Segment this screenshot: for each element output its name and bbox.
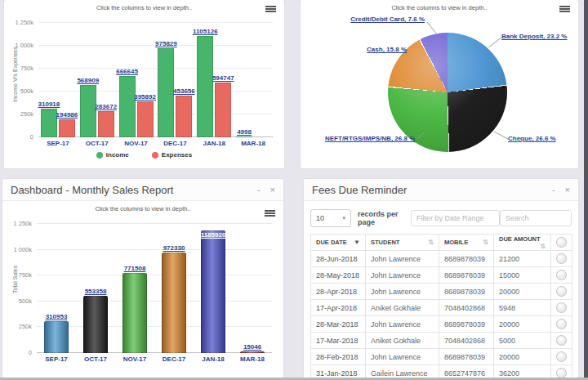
bar-income-sep-17[interactable]: 310918 (41, 109, 57, 137)
bar-sep-17[interactable]: 310953 (44, 321, 69, 353)
y-tick-label: 500k (6, 87, 33, 95)
status-circle-icon[interactable] (556, 302, 567, 313)
column-header-mobile[interactable]: MOBILE ⇅ (439, 235, 494, 251)
bar-income-nov-17[interactable]: 666645 (119, 76, 136, 137)
bar-expenses-nov-17[interactable]: 395892 (137, 101, 154, 137)
pie-label-cheque[interactable]: Cheque, 26.6 % (508, 135, 556, 142)
bar-group: 975829453656 (156, 23, 195, 137)
bar-expenses-sep-17[interactable]: 194986 (59, 119, 75, 137)
table-row[interactable]: 17-Apr-2018Aniket Gokhale70484028685948 (311, 300, 572, 316)
status-circle-icon[interactable] (556, 270, 567, 280)
bar-value-label: 553358 (85, 288, 107, 295)
close-icon[interactable]: × (565, 186, 570, 194)
action-cell (551, 316, 572, 333)
status-circle-icon[interactable] (556, 319, 567, 329)
chart-menu-icon[interactable] (265, 6, 276, 13)
x-axis-label: NOV-17 (115, 355, 154, 363)
table-row[interactable]: 28-Jun-2018John Lawrence868987803921200 (311, 251, 572, 267)
panel-header: Fees Due Reminder - × (304, 179, 578, 201)
bar-oct-17[interactable]: 553358 (83, 296, 108, 353)
bar-income-jan-18[interactable]: 1105126 (197, 36, 213, 137)
bar-value-label: 666645 (116, 68, 138, 75)
bar-group: 568909283672 (78, 23, 117, 137)
y-axis-title: Total Sales (12, 266, 18, 293)
legend-item-income[interactable]: Income (96, 151, 129, 159)
x-axis-label: MAR-18 (233, 355, 272, 363)
status-circle-icon[interactable] (556, 351, 567, 362)
bar-income-oct-17[interactable]: 568909 (80, 85, 96, 137)
y-tick-label: 1 250k (6, 19, 33, 26)
table-row[interactable]: 28-Feb-2018John Lawrence868987803920000 (311, 349, 572, 365)
mobile-cell: 8689878039 (439, 284, 494, 300)
column-header-student[interactable]: STUDENT ⇅ (366, 235, 439, 251)
table-row[interactable]: 17-Mar-2018Aniket Gokhale70484028685000 (311, 333, 572, 349)
bar-group: 1105126594747 (194, 23, 234, 137)
x-axis-label: NOV-17 (117, 140, 156, 147)
minimize-icon[interactable]: - (257, 186, 261, 194)
date-range-filter-input[interactable] (411, 210, 500, 226)
sort-desc-icon: ▼ (354, 239, 360, 246)
bar-jan-18[interactable]: 1185920 (201, 230, 225, 353)
records-per-page-value: 10 (316, 214, 324, 222)
table-header-row: DUE DATE ▼ STUDENT ⇅ MOBILE ⇅ DUE AMOUNT… (311, 235, 572, 251)
x-axis-label: MAR-18 (234, 140, 273, 147)
x-axis-labels: SEP-17OCT-17NOV-17DEC-17JAN-18MAR-18 (38, 140, 273, 147)
bar-value-label: 568909 (77, 77, 99, 84)
minimize-icon[interactable]: - (552, 186, 555, 194)
action-cell (551, 284, 572, 300)
legend-dot-icon (152, 152, 158, 159)
bar-income-mar-18[interactable]: 4998 (236, 136, 252, 137)
bar-expenses-jan-18[interactable]: 594747 (215, 83, 231, 137)
x-axis-label: JAN-18 (194, 140, 234, 147)
status-circle-icon[interactable] (556, 286, 567, 297)
sort-icon: ⇅ (483, 239, 488, 246)
y-tick-label: 1 250k (4, 220, 32, 227)
table-row[interactable]: 28-Apr-2018John Lawrence868987803920000 (311, 284, 572, 300)
table-row[interactable]: 28-Mar-2018John Lawrence868987803920000 (311, 316, 572, 333)
income-expenses-plot: 0250k500k750k1 000k1 250k310918194986568… (38, 23, 273, 137)
bar-mar-18[interactable]: 15046 (240, 351, 265, 353)
due-date-cell: 17-Apr-2018 (311, 300, 366, 316)
table-row[interactable]: 28-May-2018John Lawrence868987803915000 (311, 267, 572, 284)
search-input[interactable] (500, 210, 572, 226)
window-scrollbar[interactable] (584, 0, 588, 380)
status-circle-icon[interactable] (556, 253, 567, 264)
x-axis-label: SEP-17 (38, 140, 78, 147)
column-header-due-date[interactable]: DUE DATE ▼ (311, 235, 366, 251)
close-icon[interactable]: × (270, 186, 275, 194)
bar-dec-17[interactable]: 972330 (162, 253, 186, 353)
due-date-cell: 17-Mar-2018 (311, 333, 366, 349)
pie-label-neft[interactable]: NEFT/RTGS/IMPS/NB, 26.8 % (325, 135, 415, 142)
due-amount-cell: 21200 (494, 251, 551, 267)
y-tick-label: 250k (6, 110, 33, 118)
records-per-page-select[interactable]: 10 ▾ (310, 209, 351, 227)
legend-item-expenses[interactable]: Expenses (152, 151, 192, 159)
y-tick-label: 750k (4, 271, 32, 279)
panel-title: Fees Due Reminder (312, 184, 542, 196)
bar-group: 972330 (154, 224, 194, 353)
chart-menu-icon[interactable] (559, 6, 570, 13)
chart-menu-icon[interactable] (265, 210, 275, 217)
status-circle-icon[interactable] (556, 335, 567, 346)
bar-group: 15046 (233, 224, 272, 353)
bar-value-label: 283672 (95, 103, 117, 110)
pie-label-cash[interactable]: Cash, 15.8 % (325, 46, 407, 53)
y-tick-label: 1 000k (6, 42, 33, 49)
bar-income-dec-17[interactable]: 975829 (158, 48, 174, 137)
action-cell (551, 267, 572, 284)
bar-group: 666645395892 (117, 23, 156, 137)
bar-expenses-oct-17[interactable]: 283672 (98, 111, 114, 137)
bar-expenses-dec-17[interactable]: 453656 (176, 96, 192, 137)
monthly-sales-plot: 0250k500k750k1 000k1 250k310953553358771… (37, 224, 272, 353)
bar-group: 4998 (234, 23, 273, 137)
column-header-due-amount[interactable]: DUE AMOUNT ⇅ (494, 235, 551, 251)
bar-nov-17[interactable]: 771508 (122, 273, 147, 353)
student-cell: John Lawrence (366, 316, 439, 333)
pie-label-bank-deposit[interactable]: Bank Deposit, 23.2 % (501, 33, 567, 40)
income-expenses-panel: Click the columns to view in depth.. Inc… (4, 0, 284, 168)
bar-group: 553358 (76, 224, 115, 353)
pie-label-credit-debit[interactable]: Credit/Debit Card, 7.6 % (332, 16, 425, 23)
status-circle-icon (556, 237, 567, 248)
column-header-action (551, 235, 572, 251)
chart-subtitle: Click the columns to view in depth.. (2, 201, 283, 212)
